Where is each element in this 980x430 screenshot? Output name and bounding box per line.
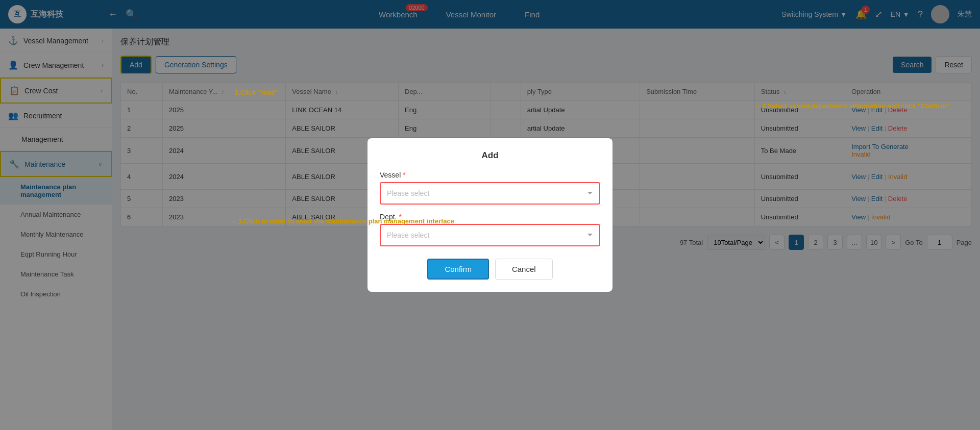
add-modal: Add Vessel * Please select Dept. * Pleas… <box>368 138 612 292</box>
vessel-form-group: Vessel * Please select <box>380 171 600 205</box>
vessel-select-wrapper: Please select <box>380 182 600 205</box>
dept-required: * <box>399 213 401 221</box>
vessel-required: * <box>403 171 405 179</box>
vessel-label: Vessel * <box>380 171 600 179</box>
cancel-button[interactable]: Cancel <box>495 259 553 280</box>
modal-overlay: Add Vessel * Please select Dept. * Pleas… <box>0 0 980 430</box>
dept-select[interactable]: Please select <box>381 225 599 245</box>
annotation-step3: → 3.Select vessel,department information… <box>753 102 949 110</box>
dept-select-wrapper: Please select <box>380 224 600 246</box>
dept-label: Dept. * <box>380 213 600 221</box>
dept-form-group: Dept. * Please select <box>380 213 600 246</box>
vessel-select[interactable]: Please select <box>381 183 599 204</box>
modal-title: Add <box>380 150 600 161</box>
modal-footer: Confirm Cancel <box>380 259 600 280</box>
confirm-button[interactable]: Confirm <box>427 259 489 280</box>
